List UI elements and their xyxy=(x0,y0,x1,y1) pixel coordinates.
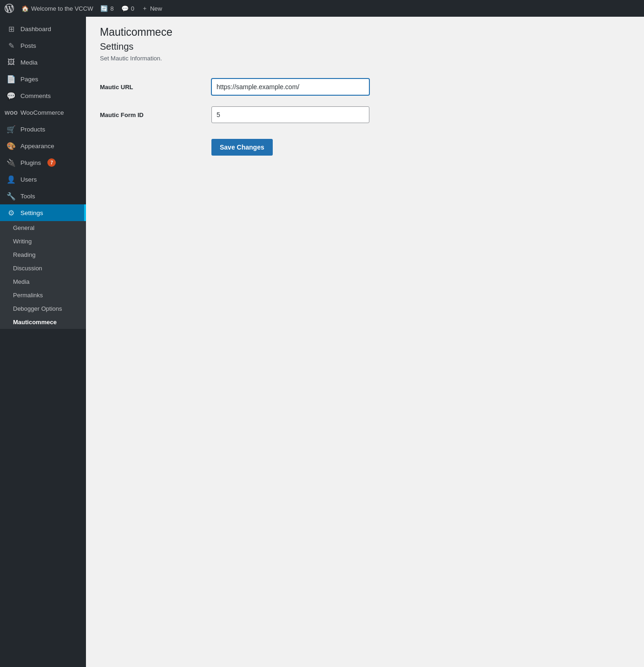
new-content-item[interactable]: ＋ New xyxy=(142,4,162,13)
comments-item[interactable]: 💬 0 xyxy=(121,5,134,12)
tools-icon: 🔧 xyxy=(7,191,16,201)
sidebar-item-users[interactable]: 👤 Users xyxy=(0,171,86,188)
save-row: Save Changes xyxy=(100,129,518,161)
sidebar-item-pages[interactable]: 📄 Pages xyxy=(0,71,86,87)
main-content: Mauticommece Settings Set Mautic Informa… xyxy=(86,17,644,667)
page-section-title: Settings xyxy=(100,41,630,52)
settings-icon: ⚙ xyxy=(7,208,16,217)
pages-icon: 📄 xyxy=(7,74,16,84)
settings-submenu: General Writing Reading Discussion Media… xyxy=(0,221,86,329)
mautic-url-label: Mautic URL xyxy=(100,73,207,101)
comments-icon: 💬 xyxy=(7,91,16,100)
media-icon: 🖼 xyxy=(7,58,16,67)
submenu-permalinks[interactable]: Permalinks xyxy=(0,288,86,302)
updates-icon: 🔄 xyxy=(100,5,108,12)
submenu-debogger[interactable]: Debogger Options xyxy=(0,302,86,315)
submenu-mauticommece[interactable]: Mauticommece xyxy=(0,315,86,329)
settings-table: Mautic URL Mautic Form ID xyxy=(100,73,518,161)
sidebar-item-media[interactable]: 🖼 Media xyxy=(0,54,86,71)
plugins-icon: 🔌 xyxy=(7,158,16,167)
users-icon: 👤 xyxy=(7,175,16,184)
mautic-form-id-input[interactable] xyxy=(211,106,369,123)
settings-form: Mautic URL Mautic Form ID xyxy=(100,73,630,161)
layout: ⊞ Dashboard ✎ Posts 🖼 Media 📄 Pages 💬 Co… xyxy=(0,17,644,667)
table-row-mautic-form-id: Mautic Form ID xyxy=(100,101,518,129)
mautic-url-input[interactable] xyxy=(211,78,369,95)
site-name[interactable]: 🏠 Welcome to the VCCW xyxy=(21,5,93,12)
home-icon: 🏠 xyxy=(21,5,29,12)
page-plugin-title: Mauticommece xyxy=(100,26,630,39)
sidebar-item-posts[interactable]: ✎ Posts xyxy=(0,37,86,54)
posts-icon: ✎ xyxy=(7,41,16,50)
wp-logo-icon xyxy=(5,4,14,13)
dashboard-icon: ⊞ xyxy=(7,24,16,33)
submenu-reading[interactable]: Reading xyxy=(0,248,86,262)
products-icon: 🛒 xyxy=(7,124,16,134)
updates-item[interactable]: 🔄 8 xyxy=(100,5,113,12)
submenu-general[interactable]: General xyxy=(0,221,86,235)
sidebar-item-tools[interactable]: 🔧 Tools xyxy=(0,188,86,204)
sidebar-item-dashboard[interactable]: ⊞ Dashboard xyxy=(0,20,86,37)
save-changes-button[interactable]: Save Changes xyxy=(211,139,273,156)
table-row-mautic-url: Mautic URL xyxy=(100,73,518,101)
sidebar-item-appearance[interactable]: 🎨 Appearance xyxy=(0,137,86,154)
sidebar-item-plugins[interactable]: 🔌 Plugins 7 xyxy=(0,154,86,171)
submenu-writing[interactable]: Writing xyxy=(0,235,86,248)
mautic-form-id-label: Mautic Form ID xyxy=(100,101,207,129)
sidebar-item-comments[interactable]: 💬 Comments xyxy=(0,87,86,104)
woocommerce-icon: woo xyxy=(7,108,16,117)
page-description: Set Mautic Information. xyxy=(100,55,630,62)
sidebar-item-settings[interactable]: ⚙ Settings xyxy=(0,204,86,221)
sidebar-item-woocommerce[interactable]: woo WooCommerce xyxy=(0,104,86,121)
submenu-media[interactable]: Media xyxy=(0,275,86,288)
submenu-discussion[interactable]: Discussion xyxy=(0,262,86,275)
sidebar: ⊞ Dashboard ✎ Posts 🖼 Media 📄 Pages 💬 Co… xyxy=(0,17,86,667)
plus-icon: ＋ xyxy=(142,4,148,13)
wp-logo[interactable] xyxy=(5,4,14,13)
admin-bar: 🏠 Welcome to the VCCW 🔄 8 💬 0 ＋ New xyxy=(0,0,644,17)
comments-icon: 💬 xyxy=(121,5,129,12)
appearance-icon: 🎨 xyxy=(7,141,16,150)
plugins-badge: 7 xyxy=(47,158,56,167)
sidebar-item-products[interactable]: 🛒 Products xyxy=(0,121,86,137)
